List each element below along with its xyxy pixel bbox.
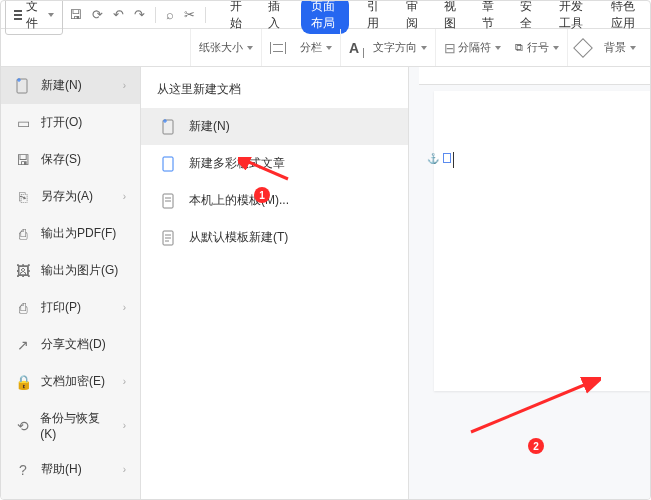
line-number-dropdown[interactable]: ⧉ 行号 bbox=[515, 40, 559, 55]
submenu-item-label: 新建多彩板式文章 bbox=[189, 155, 285, 172]
chevron-right-icon: › bbox=[123, 80, 126, 91]
columns-label: 分栏 bbox=[300, 40, 322, 55]
sidebar-item-label: 输出为PDF(F) bbox=[41, 225, 116, 242]
background-label-dropdown[interactable]: 背景 bbox=[604, 40, 636, 55]
sidebar-item-image[interactable]: 🖼 输出为图片(G) bbox=[1, 252, 140, 289]
svg-rect-6 bbox=[163, 157, 173, 171]
sidebar-item-encrypt[interactable]: 🔒 文档加密(E) › bbox=[1, 363, 140, 400]
annotation-badge-1-text: 1 bbox=[259, 190, 265, 201]
quick-access-toolbar: 🖫 ⟳ ↶ ↷ ⌕ ✂ bbox=[69, 7, 206, 23]
share-icon: ↗ bbox=[15, 337, 31, 353]
sidebar-item-label: 打开(O) bbox=[41, 114, 82, 131]
ribbon-controls: 纸张大小 分栏 A 文字方向 ⊟ 分隔符 ⧉ 行号 背景 bbox=[1, 29, 650, 67]
text-direction-label: 文字方向 bbox=[373, 40, 417, 55]
new-doc-icon bbox=[161, 119, 177, 135]
sidebar-item-label: 分享文档(D) bbox=[41, 336, 106, 353]
chevron-down-icon bbox=[630, 46, 636, 50]
chevron-down-icon bbox=[48, 13, 54, 17]
saveas-icon: ⎘ bbox=[15, 189, 31, 205]
sidebar-item-label: 备份与恢复(K) bbox=[40, 410, 112, 441]
separator bbox=[155, 7, 156, 23]
file-menu-label: 文件 bbox=[26, 0, 42, 32]
annotation-badge-1: 1 bbox=[254, 187, 270, 203]
submenu-item-blank[interactable]: 新建(N) bbox=[141, 108, 408, 145]
chevron-down-icon bbox=[247, 46, 253, 50]
text-direction-icon: A bbox=[349, 40, 359, 56]
main-area: 新建(N) › ▭ 打开(O) 🖫 保存(S) ⎘ 另存为(A) › ⎙ 输出为… bbox=[1, 67, 650, 500]
document-canvas[interactable]: ⚓ bbox=[409, 67, 650, 500]
columns-icon bbox=[270, 42, 286, 54]
columns-dropdown[interactable] bbox=[270, 42, 286, 54]
color-doc-icon bbox=[161, 156, 177, 172]
background-dropdown[interactable] bbox=[576, 41, 590, 55]
file-menu-sidebar: 新建(N) › ▭ 打开(O) 🖫 保存(S) ⎘ 另存为(A) › ⎙ 输出为… bbox=[1, 67, 141, 500]
sidebar-item-label: 新建(N) bbox=[41, 77, 82, 94]
submenu-item-label: 从默认模板新建(T) bbox=[189, 229, 288, 246]
sidebar-item-save[interactable]: 🖫 保存(S) bbox=[1, 141, 140, 178]
chevron-down-icon bbox=[495, 46, 501, 50]
chevron-right-icon: › bbox=[123, 191, 126, 202]
line-number-label: 行号 bbox=[527, 40, 549, 55]
refresh-icon[interactable]: ⟳ bbox=[92, 7, 103, 22]
sidebar-item-help[interactable]: ? 帮助(H) › bbox=[1, 451, 140, 488]
submenu-item-label: 新建(N) bbox=[189, 118, 230, 135]
paper-size-dropdown[interactable]: 纸张大小 bbox=[199, 40, 253, 55]
section-break-label: 分隔符 bbox=[458, 40, 491, 55]
submenu-item-local-template[interactable]: 本机上的模板(M)... bbox=[141, 182, 408, 219]
sidebar-item-label: 另存为(A) bbox=[41, 188, 93, 205]
sidebar-item-share[interactable]: ↗ 分享文档(D) bbox=[1, 326, 140, 363]
image-icon: 🖼 bbox=[15, 263, 31, 279]
redo-icon[interactable]: ↷ bbox=[134, 7, 145, 22]
annotation-badge-2-text: 2 bbox=[533, 441, 539, 452]
sidebar-item-label: 帮助(H) bbox=[41, 461, 82, 478]
print-icon: ⎙ bbox=[15, 300, 31, 316]
sidebar-item-new[interactable]: 新建(N) › bbox=[1, 67, 140, 104]
annotation-badge-2: 2 bbox=[528, 438, 544, 454]
background-label: 背景 bbox=[604, 40, 626, 55]
template-icon bbox=[161, 193, 177, 209]
sidebar-item-options[interactable]: ⚙ 选项(L) bbox=[1, 488, 140, 500]
folder-icon: ▭ bbox=[15, 115, 31, 131]
sidebar-item-print[interactable]: ⎙ 打印(P) › bbox=[1, 289, 140, 326]
chevron-down-icon bbox=[326, 46, 332, 50]
text-direction-dropdown[interactable]: A bbox=[349, 40, 359, 56]
horizontal-ruler bbox=[419, 67, 650, 85]
chevron-right-icon: › bbox=[123, 376, 126, 387]
sidebar-item-open[interactable]: ▭ 打开(O) bbox=[1, 104, 140, 141]
line-number-icon: ⧉ bbox=[515, 41, 523, 54]
save-quick-icon[interactable]: 🖫 bbox=[69, 7, 82, 22]
help-icon: ? bbox=[15, 462, 31, 478]
sidebar-item-pdf[interactable]: ⎙ 输出为PDF(F) bbox=[1, 215, 140, 252]
sidebar-item-label: 保存(S) bbox=[41, 151, 81, 168]
section-break-dropdown[interactable]: ⊟ 分隔符 bbox=[444, 40, 501, 56]
search-icon[interactable]: ⌕ bbox=[166, 7, 174, 22]
top-bar: 文件 🖫 ⟳ ↶ ↷ ⌕ ✂ 开始 插入 页面布局 引用 审阅 视图 章节 安全… bbox=[1, 1, 650, 29]
undo-icon[interactable]: ↶ bbox=[113, 7, 124, 22]
sidebar-item-label: 打印(P) bbox=[41, 299, 81, 316]
pdf-icon: ⎙ bbox=[15, 226, 31, 242]
save-icon: 🖫 bbox=[15, 152, 31, 168]
sidebar-item-label: 文档加密(E) bbox=[41, 373, 105, 390]
text-direction-label-dropdown[interactable]: 文字方向 bbox=[373, 40, 427, 55]
sidebar-item-saveas[interactable]: ⎘ 另存为(A) › bbox=[1, 178, 140, 215]
chevron-right-icon: › bbox=[123, 464, 126, 475]
lock-icon: 🔒 bbox=[15, 374, 31, 390]
page[interactable] bbox=[434, 91, 650, 391]
section-break-icon: ⊟ bbox=[444, 40, 454, 56]
chevron-right-icon: › bbox=[123, 420, 126, 431]
submenu-item-colorful[interactable]: 新建多彩板式文章 bbox=[141, 145, 408, 182]
columns-label-dropdown[interactable]: 分栏 bbox=[300, 40, 332, 55]
submenu-item-default-template[interactable]: 从默认模板新建(T) bbox=[141, 219, 408, 256]
submenu-title: 从这里新建文档 bbox=[141, 75, 408, 108]
hamburger-icon bbox=[14, 14, 22, 16]
paper-size-label: 纸张大小 bbox=[199, 40, 243, 55]
chevron-right-icon: › bbox=[123, 302, 126, 313]
note-icon bbox=[443, 153, 451, 163]
cut-icon[interactable]: ✂ bbox=[184, 7, 195, 22]
sidebar-item-backup[interactable]: ⟲ 备份与恢复(K) › bbox=[1, 400, 140, 451]
chevron-down-icon bbox=[553, 46, 559, 50]
default-template-icon bbox=[161, 230, 177, 246]
separator bbox=[205, 7, 206, 23]
background-icon bbox=[573, 38, 593, 58]
new-doc-submenu: 从这里新建文档 新建(N) 新建多彩板式文章 本机上的模板(M)... 从默认模… bbox=[141, 67, 409, 500]
